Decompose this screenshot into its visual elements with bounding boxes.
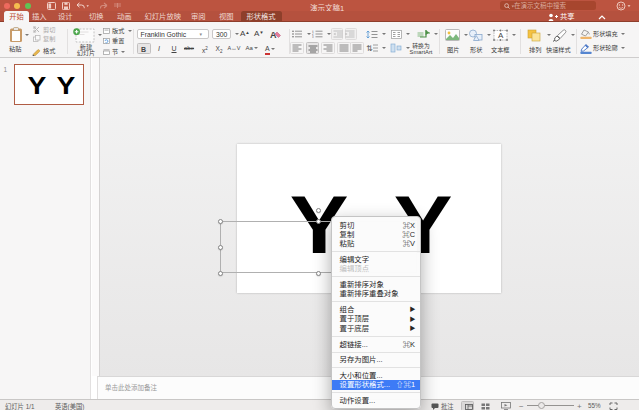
svg-text:⇅: ⇅ — [366, 44, 373, 53]
svg-text:3: 3 — [312, 35, 314, 38]
svg-text:A: A — [498, 31, 504, 40]
